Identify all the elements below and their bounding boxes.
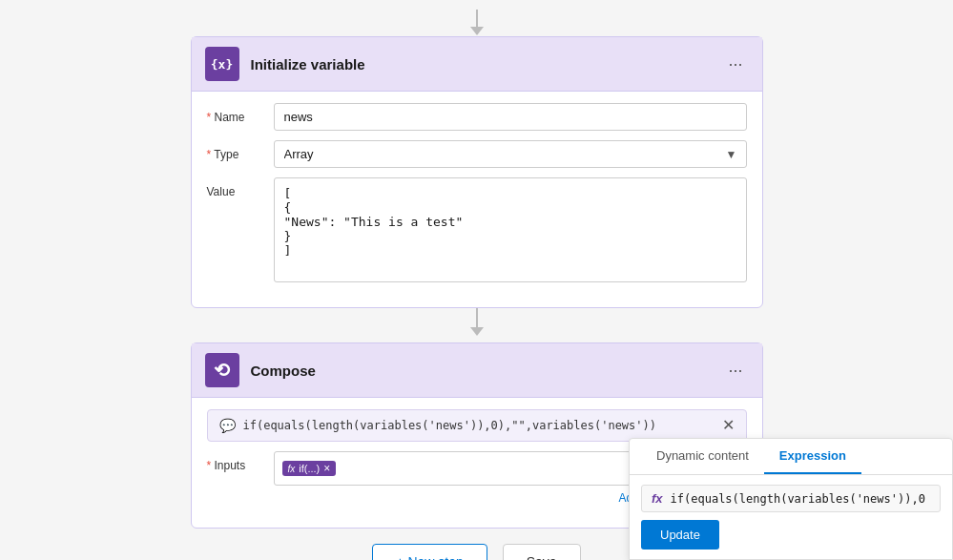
bottom-bar: + New step Save xyxy=(372,544,580,560)
update-button[interactable]: Update xyxy=(641,520,719,550)
inputs-label: * Inputs xyxy=(207,451,274,472)
card2-menu-button[interactable]: ··· xyxy=(722,357,748,384)
compose-icon: ⟲ xyxy=(205,353,239,387)
card1-header: {x} Initialize variable ··· xyxy=(192,37,762,92)
expression-text: if(equals(length(variables('news')),0),"… xyxy=(243,419,656,432)
token-close-button[interactable]: × xyxy=(323,463,330,474)
new-step-button[interactable]: + New step xyxy=(372,544,487,560)
tab-dynamic-content[interactable]: Dynamic content xyxy=(641,439,764,474)
value-field[interactable]: [ { "News": "This is a test" } ] xyxy=(274,177,747,286)
name-row: * Name xyxy=(207,103,747,131)
card1-menu-button[interactable]: ··· xyxy=(722,51,748,78)
type-field[interactable]: Array ▼ xyxy=(274,140,747,168)
banner-close-button[interactable]: ✕ xyxy=(722,418,735,433)
card1-title: Initialize variable xyxy=(251,56,723,73)
initialize-variable-card: {x} Initialize variable ··· * Name * Typ… xyxy=(191,36,763,308)
banner-left: 💬 if(equals(length(variables('news')),0)… xyxy=(219,418,656,433)
type-select[interactable]: Array xyxy=(274,140,747,168)
card2-header: ⟲ Compose ··· xyxy=(192,343,762,398)
tab-expression[interactable]: Expression xyxy=(764,439,861,474)
expression-input-row: fx xyxy=(641,485,941,512)
fx-label: fx xyxy=(652,491,663,506)
value-row: Value [ { "News": "This is a test" } ] xyxy=(207,177,747,286)
panel-tabs: Dynamic content Expression xyxy=(630,439,952,475)
chat-icon: 💬 xyxy=(219,418,236,433)
expression-input[interactable] xyxy=(671,492,930,506)
value-label: Value xyxy=(207,177,274,198)
type-label: * Type xyxy=(207,140,274,161)
right-panel: Dynamic content Expression fx Update xyxy=(629,438,953,560)
top-connector xyxy=(470,10,484,36)
value-textarea[interactable]: [ { "News": "This is a test" } ] xyxy=(274,177,747,282)
type-row: * Type Array ▼ xyxy=(207,140,747,168)
variable-icon: {x} xyxy=(205,47,239,81)
panel-body: fx Update xyxy=(630,475,952,559)
token-label: if(...) xyxy=(299,463,320,474)
type-select-wrapper[interactable]: Array ▼ xyxy=(274,140,747,168)
save-button[interactable]: Save xyxy=(503,544,581,560)
middle-connector xyxy=(470,308,484,342)
fx-token-icon: fx xyxy=(288,464,296,474)
card2-title: Compose xyxy=(251,363,723,379)
name-label: * Name xyxy=(207,103,274,124)
name-input[interactable] xyxy=(274,103,747,131)
expression-banner: 💬 if(equals(length(variables('news')),0)… xyxy=(207,409,747,442)
token-pill: fx if(...) × xyxy=(282,461,337,476)
name-field[interactable] xyxy=(274,103,747,131)
card1-body: * Name * Type Array ▼ Value xyxy=(192,92,762,307)
